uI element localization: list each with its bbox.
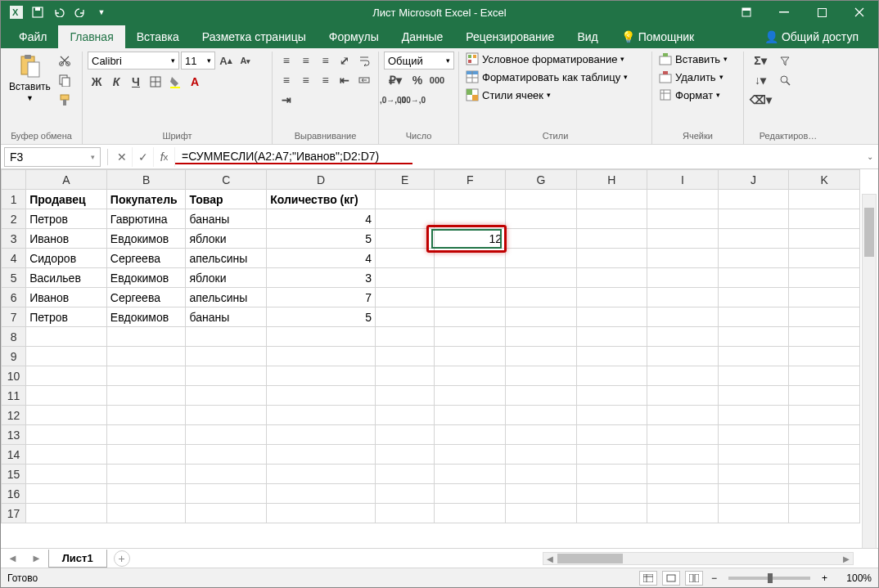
cell[interactable] (718, 209, 789, 229)
cell[interactable] (718, 307, 789, 327)
col-header-I[interactable]: I (647, 170, 719, 190)
cell[interactable] (718, 504, 789, 523)
zoom-slider[interactable] (728, 577, 810, 580)
increase-font-button[interactable]: A▴ (217, 52, 235, 70)
cell[interactable] (506, 347, 577, 366)
cell-B7[interactable]: Евдокимов (106, 307, 186, 327)
formula-input[interactable] (175, 150, 412, 164)
cell[interactable] (267, 347, 376, 366)
cell[interactable] (186, 386, 267, 406)
cell[interactable] (376, 268, 435, 288)
cell[interactable] (576, 268, 647, 288)
cell-A5[interactable]: Васильев (26, 268, 107, 288)
cell[interactable] (789, 327, 860, 347)
tab-view[interactable]: Вид (566, 25, 609, 48)
cell-D2[interactable]: 4 (267, 209, 376, 229)
cell[interactable] (647, 190, 719, 209)
view-normal-button[interactable] (639, 571, 657, 586)
cell[interactable] (789, 249, 860, 268)
cell[interactable] (435, 249, 506, 268)
fill-color-button[interactable] (166, 73, 184, 91)
cell[interactable] (789, 209, 860, 229)
maximize-button[interactable] (803, 1, 841, 24)
cell[interactable] (789, 347, 860, 366)
col-header-D[interactable]: D (267, 170, 376, 190)
cell-C5[interactable]: яблоки (186, 268, 267, 288)
cell[interactable] (186, 504, 267, 523)
ribbon-display-button[interactable] (728, 1, 765, 24)
cell[interactable] (789, 504, 860, 523)
col-header-J[interactable]: J (718, 170, 789, 190)
cell[interactable] (718, 406, 789, 425)
font-name-combo[interactable]: Calibri▾ (88, 52, 179, 70)
cell[interactable] (576, 386, 647, 406)
scroll-thumb[interactable] (557, 554, 623, 563)
tab-review[interactable]: Рецензирование (454, 25, 566, 48)
spreadsheet-grid[interactable]: A B C D E F G H I J K 1 Продавец Покупат… (1, 169, 878, 523)
cell[interactable] (647, 504, 719, 523)
redo-button[interactable] (71, 3, 89, 21)
cell[interactable] (718, 386, 789, 406)
minimize-button[interactable] (765, 1, 803, 24)
cell[interactable] (376, 347, 435, 366)
cell-C7[interactable]: бананы (186, 307, 267, 327)
cancel-formula-button[interactable]: ✕ (111, 147, 133, 167)
col-header-K[interactable]: K (789, 170, 860, 190)
cell-styles-button[interactable]: Стили ячеек▾ (464, 88, 647, 102)
close-button[interactable] (841, 1, 878, 24)
cell-C6[interactable]: апельсины (186, 288, 267, 307)
cell[interactable] (789, 229, 860, 249)
row-header-6[interactable]: 6 (2, 288, 26, 307)
cell[interactable] (506, 307, 577, 327)
cell[interactable] (435, 366, 506, 386)
view-page-break-button[interactable] (685, 571, 703, 586)
cell[interactable] (376, 465, 435, 484)
zoom-out-button[interactable]: − (708, 572, 720, 584)
decrease-indent-button[interactable]: ⇤ (336, 71, 354, 89)
save-button[interactable] (29, 3, 47, 21)
col-header-B[interactable]: B (106, 170, 186, 190)
cell[interactable] (506, 406, 577, 425)
cell[interactable] (267, 445, 376, 465)
cell[interactable] (647, 425, 719, 445)
row-header-12[interactable]: 12 (2, 406, 26, 425)
cell[interactable] (506, 465, 577, 484)
increase-indent-button[interactable]: ⇥ (277, 91, 295, 109)
cell-B5[interactable]: Евдокимов (106, 268, 186, 288)
cell[interactable] (376, 386, 435, 406)
cell[interactable] (647, 406, 719, 425)
cell[interactable] (106, 406, 186, 425)
cell-B3[interactable]: Евдокимов (106, 229, 186, 249)
cell[interactable] (435, 209, 506, 229)
row-header-9[interactable]: 9 (2, 347, 26, 366)
row-header-13[interactable]: 13 (2, 425, 26, 445)
cell[interactable] (376, 288, 435, 307)
cell-B4[interactable]: Сергеева (106, 249, 186, 268)
cell[interactable] (718, 465, 789, 484)
cut-button[interactable] (56, 52, 74, 70)
cell[interactable] (506, 209, 577, 229)
row-header-3[interactable]: 3 (2, 229, 26, 249)
cell-D4[interactable]: 4 (267, 249, 376, 268)
sheet-nav-next[interactable]: ► (25, 552, 48, 564)
cell[interactable] (647, 465, 719, 484)
undo-button[interactable] (50, 3, 68, 21)
cell-A6[interactable]: Иванов (26, 288, 107, 307)
cell[interactable] (376, 249, 435, 268)
cell[interactable] (647, 268, 719, 288)
cell[interactable] (647, 229, 719, 249)
cell[interactable] (186, 484, 267, 504)
cell[interactable] (267, 366, 376, 386)
cell[interactable] (789, 406, 860, 425)
sheet-tab-1[interactable]: Лист1 (48, 550, 107, 568)
cell[interactable] (506, 425, 577, 445)
decrease-decimal-button[interactable]: ,00→,0 (403, 91, 421, 109)
merge-button[interactable] (355, 71, 373, 89)
cell[interactable] (106, 484, 186, 504)
cell[interactable] (376, 307, 435, 327)
cell[interactable] (376, 425, 435, 445)
cell[interactable] (376, 190, 435, 209)
zoom-in-button[interactable]: + (818, 572, 831, 584)
cell[interactable] (718, 288, 789, 307)
cell[interactable] (435, 445, 506, 465)
